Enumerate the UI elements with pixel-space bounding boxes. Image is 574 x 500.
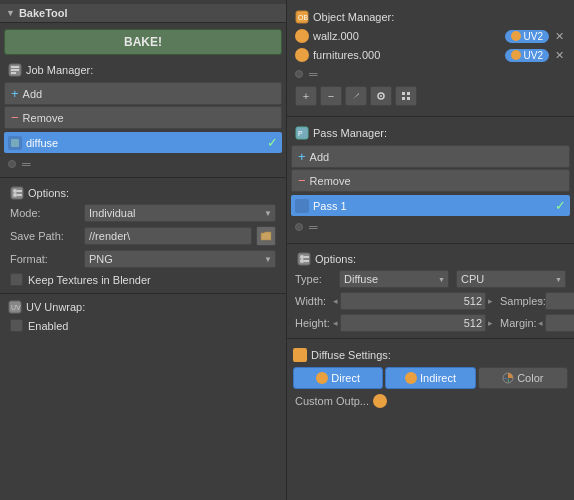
- uv-unwrap-header[interactable]: UV UV Unwrap:: [4, 298, 282, 316]
- color-button[interactable]: Color: [478, 367, 568, 389]
- mode-select[interactable]: Individual Combined: [84, 204, 276, 222]
- svg-text:OB: OB: [298, 14, 308, 21]
- margin-input[interactable]: [545, 314, 574, 332]
- obj-icon-furnitures: [295, 48, 309, 62]
- pass-options-header: Options:: [291, 248, 570, 268]
- save-path-browse-button[interactable]: [256, 226, 276, 246]
- cpu-select-wrapper: CPU GPU: [456, 270, 566, 288]
- close-wallz[interactable]: ✕: [553, 30, 566, 43]
- pass-options-section: Options: Type: Diffuse Combined Normal C…: [287, 248, 574, 334]
- svg-rect-17: [407, 92, 410, 95]
- job-manager-header[interactable]: Job Manager:: [4, 61, 282, 79]
- uv-icon-furnitures: [511, 50, 521, 60]
- job-add-remove: + Add − Remove: [4, 82, 282, 129]
- pass-eq-icon: ═: [309, 220, 318, 234]
- save-path-label: Save Path:: [10, 230, 80, 242]
- job-manager-section: Job Manager: + Add − Remove diffuse ✓ ═: [0, 61, 286, 173]
- svg-rect-7: [17, 190, 22, 192]
- svg-rect-24: [304, 256, 309, 258]
- indirect-btn-icon: [405, 372, 417, 384]
- right-divider-2: [287, 243, 574, 244]
- obj-remove-btn[interactable]: −: [320, 86, 342, 106]
- job-remove-button[interactable]: − Remove: [4, 106, 282, 129]
- job-dot: [8, 160, 16, 168]
- job-item-check: ✓: [267, 135, 278, 150]
- pass-add-button[interactable]: + Add: [291, 145, 570, 168]
- job-manager-icon: [8, 63, 22, 77]
- width-label: Width:: [295, 295, 331, 307]
- uv-icon-wallz: [511, 31, 521, 41]
- job-item-diffuse[interactable]: diffuse ✓: [4, 132, 282, 153]
- pass-plus-icon: +: [298, 149, 306, 164]
- type-select[interactable]: Diffuse Combined Normal: [339, 270, 449, 288]
- pass-item-icon: [295, 199, 309, 213]
- samples-field: Samples: ◂: [500, 292, 574, 310]
- keep-textures-row: Keep Textures in Blender: [4, 270, 282, 289]
- job-add-button[interactable]: + Add: [4, 82, 282, 105]
- obj-tool1-btn[interactable]: [345, 86, 367, 106]
- svg-rect-1: [11, 66, 19, 68]
- format-label: Format:: [10, 253, 80, 265]
- obj-tool3-btn[interactable]: [395, 86, 417, 106]
- height-input[interactable]: [340, 314, 486, 332]
- keep-textures-checkbox[interactable]: [10, 273, 23, 286]
- bake-button[interactable]: BAKE!: [4, 29, 282, 55]
- svg-point-23: [300, 255, 304, 259]
- pass-options-icon: [297, 252, 311, 266]
- uv-unwrap-section: UV UV Unwrap: Enabled: [0, 298, 286, 335]
- samples-input[interactable]: [545, 292, 574, 310]
- pass-options-label: Options:: [315, 253, 356, 265]
- right-panel: OB Object Manager: wallz.000 UV2 ✕ furni…: [287, 0, 574, 500]
- settings-icon: [376, 91, 386, 101]
- pass-manager-header[interactable]: P Pass Manager:: [291, 124, 570, 142]
- uv-value-furnitures: UV2: [524, 50, 543, 61]
- pass-remove-button[interactable]: − Remove: [291, 169, 570, 192]
- indirect-button[interactable]: Indirect: [385, 367, 475, 389]
- diffuse-settings-header: Diffuse Settings:: [291, 346, 570, 364]
- svg-rect-9: [17, 194, 22, 196]
- uv-enabled-checkbox[interactable]: [10, 319, 23, 332]
- obj-name-wallz: wallz.000: [313, 30, 501, 42]
- cpu-select[interactable]: CPU GPU: [456, 270, 566, 288]
- width-dec-btn[interactable]: ◂: [333, 296, 338, 306]
- svg-point-8: [13, 193, 17, 197]
- obj-add-btn[interactable]: +: [295, 86, 317, 106]
- height-dec-btn[interactable]: ◂: [333, 318, 338, 328]
- width-input[interactable]: [340, 292, 486, 310]
- obj-tool2-btn[interactable]: [370, 86, 392, 106]
- margin-dec-btn[interactable]: ◂: [538, 318, 543, 328]
- obj-toolbar: + −: [291, 83, 570, 109]
- folder-icon: [260, 231, 272, 241]
- close-furnitures[interactable]: ✕: [553, 49, 566, 62]
- save-path-row: Save Path:: [4, 224, 282, 248]
- height-inc-btn[interactable]: ▸: [488, 318, 493, 328]
- left-panel: ▼ BakeTool BAKE! Job Manager: + Add − Re…: [0, 0, 287, 500]
- object-manager-header[interactable]: OB Object Manager:: [291, 8, 570, 26]
- custom-outp-icon: [373, 394, 387, 408]
- obj-dot-line: ═: [291, 65, 570, 83]
- margin-field: Margin: ◂: [500, 314, 574, 332]
- uv-unwrap-icon: UV: [8, 300, 22, 314]
- obj-row-furnitures: furnitures.000 UV2 ✕: [291, 46, 570, 64]
- pass-item-label: Pass 1: [313, 200, 555, 212]
- format-select[interactable]: PNG JPEG EXR: [84, 250, 276, 268]
- direct-button[interactable]: Direct: [293, 367, 383, 389]
- samples-dec-btn[interactable]: ◂: [538, 296, 543, 306]
- uv-badge-wallz[interactable]: UV2: [505, 30, 549, 43]
- save-path-input[interactable]: [84, 227, 252, 245]
- format-row: Format: PNG JPEG EXR: [4, 248, 282, 270]
- mode-label: Mode:: [10, 207, 80, 219]
- direct-btn-icon: [316, 372, 328, 384]
- job-manager-label: Job Manager:: [26, 64, 93, 76]
- color-icon: [502, 372, 514, 384]
- options-section: Options: Mode: Individual Combined Save …: [0, 182, 286, 289]
- width-inc-btn[interactable]: ▸: [488, 296, 493, 306]
- type-row: Type: Diffuse Combined Normal CPU GPU: [291, 268, 570, 290]
- pass-item-1[interactable]: Pass 1 ✓: [291, 195, 570, 216]
- pass-manager-section: P Pass Manager: + Add − Remove Pass 1 ✓ …: [287, 120, 574, 240]
- uv-badge-furnitures[interactable]: UV2: [505, 49, 549, 62]
- svg-point-15: [380, 95, 382, 97]
- right-divider-1: [287, 116, 574, 117]
- width-field: Width: ◂ ▸: [295, 292, 493, 310]
- divider-2: [0, 293, 286, 294]
